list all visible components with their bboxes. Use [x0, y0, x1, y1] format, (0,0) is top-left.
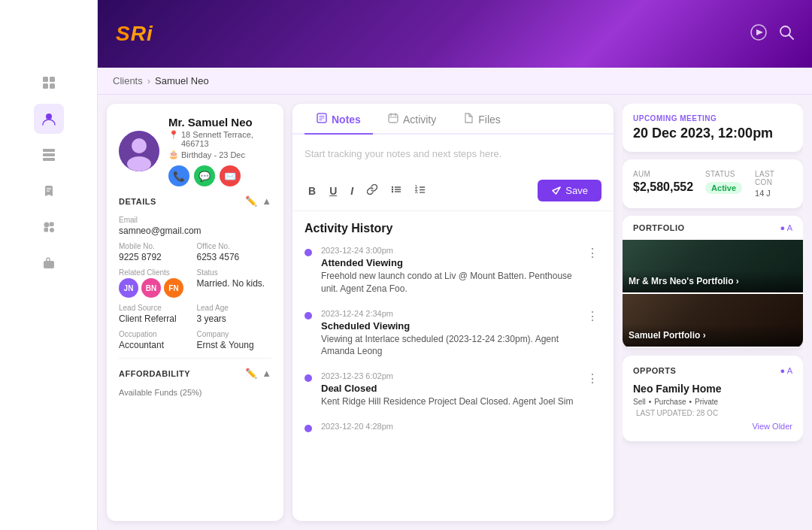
activity-item: 2023-12-24 2:34pm Scheduled Viewing View…: [304, 309, 601, 359]
right-panel: UPCOMING MEETING 20 Dec 2023, 12:00pm AU…: [623, 104, 803, 521]
related-fn[interactable]: FN: [164, 278, 183, 298]
opport-tag-private: Private: [695, 398, 718, 406]
opport-tag-sep2: •: [689, 398, 692, 406]
svg-rect-3: [50, 83, 55, 89]
email-icon[interactable]: ✉️: [220, 165, 241, 186]
divider: [119, 358, 271, 359]
portfolio-item-1[interactable]: Mr & Mrs Neo's Portfolio ›: [623, 240, 803, 292]
affordability-section: AFFORDABILITY ✏️ ▲ Available Funds (25%): [119, 368, 271, 397]
activity-more-icon[interactable]: ⋮: [583, 246, 601, 295]
search-button[interactable]: [779, 25, 794, 44]
svg-point-30: [392, 186, 393, 188]
svg-rect-2: [43, 83, 48, 89]
client-info: Mr. Samuel Neo 📍 18 Sennett Terrace, 466…: [168, 116, 271, 186]
portfolio-item-2[interactable]: Samuel Portfolio ›: [623, 294, 803, 347]
lead-age-field: Lead Age 3 years: [197, 304, 272, 324]
activity-item: 2023-12-20 4:28pm: [304, 422, 601, 433]
related-bn[interactable]: BN: [141, 278, 161, 298]
notes-tab-icon: [317, 113, 327, 126]
middle-panel: Notes Activity: [292, 104, 614, 521]
unordered-list-button[interactable]: [387, 182, 405, 199]
sidebar-item-briefcase[interactable]: [34, 248, 64, 278]
svg-marker-42: [553, 187, 560, 194]
play-button[interactable]: [750, 24, 767, 44]
tab-activity[interactable]: Activity: [376, 104, 448, 135]
svg-rect-6: [43, 153, 55, 156]
activity-more-icon[interactable]: ⋮: [583, 309, 601, 359]
header-actions: [750, 24, 794, 44]
tab-notes[interactable]: Notes: [304, 104, 373, 135]
edit-icon[interactable]: ✏️: [245, 195, 257, 207]
svg-point-31: [392, 189, 393, 190]
office-field: Office No. 6253 4576: [197, 242, 272, 262]
notes-placeholder[interactable]: Start tracking your notes and next steps…: [304, 144, 601, 174]
related-jn[interactable]: JN: [119, 278, 138, 298]
sidebar-item-grid[interactable]: [34, 68, 64, 98]
portfolio-action[interactable]: ● A: [780, 223, 792, 232]
detail-grid: Email samneo@gmail.com Mobile No. 9225 8…: [119, 216, 271, 350]
svg-rect-12: [44, 228, 48, 232]
logo-text: SRi: [116, 22, 153, 45]
aum-stat: AUM $2,580,552: [633, 170, 693, 198]
svg-point-32: [392, 191, 393, 192]
sidebar-item-book[interactable]: [34, 176, 64, 206]
svg-rect-1: [50, 77, 55, 82]
svg-text:3.: 3.: [415, 189, 419, 194]
phone-icon[interactable]: 📞: [168, 165, 189, 186]
breadcrumb-separator: ›: [147, 75, 150, 86]
company-field: Company Ernst & Young: [197, 330, 272, 350]
afford-collapse-icon[interactable]: ▲: [262, 368, 271, 379]
avatar: [119, 131, 159, 171]
mobile-field: Mobile No. 9225 8792: [119, 242, 194, 262]
breadcrumb-parent[interactable]: Clients: [113, 75, 143, 86]
opport-tag-updated: LAST UPDATED: 28 OC: [636, 409, 718, 417]
opports-card: OPPORTS ● A Neo Family Home Sell • Purch…: [623, 356, 803, 441]
client-name: Mr. Samuel Neo: [168, 116, 271, 129]
link-button[interactable]: [363, 182, 381, 199]
portfolio-header: PORTFOLIO ● A: [623, 216, 803, 240]
tab-files[interactable]: Files: [451, 104, 513, 135]
tab-activity-label: Activity: [403, 114, 436, 126]
opport-tag-purchase: Purchase: [654, 398, 686, 406]
client-header: Mr. Samuel Neo 📍 18 Sennett Terrace, 466…: [119, 116, 271, 186]
activity-dot: [304, 374, 312, 382]
ordered-list-button[interactable]: 1. 2. 3.: [411, 182, 429, 199]
sidebar-item-table[interactable]: [34, 140, 64, 170]
activity-dot: [304, 312, 312, 320]
portfolio-card: PORTFOLIO ● A Mr & Mrs Neo's Portfolio ›…: [623, 216, 803, 348]
activity-tab-icon: [388, 113, 398, 126]
affordability-title: AFFORDABILITY: [119, 369, 190, 378]
tab-notes-label: Notes: [332, 114, 361, 126]
svg-rect-11: [50, 223, 54, 227]
bold-button[interactable]: B: [304, 183, 320, 199]
logo: SRi: [116, 22, 153, 46]
breadcrumb: Clients › Samuel Neo: [98, 68, 812, 95]
afford-edit-icon[interactable]: ✏️: [245, 368, 257, 379]
svg-point-20: [132, 138, 147, 153]
sidebar-item-contacts[interactable]: [34, 104, 64, 134]
details-title: DETAILS: [119, 197, 156, 206]
activity-content: 2023-12-24 2:34pm Scheduled Viewing View…: [321, 309, 574, 359]
activity-desc: Viewing at Interlace scheduled (2023-12-…: [321, 333, 574, 359]
svg-rect-0: [43, 77, 48, 82]
sidebar-item-widgets[interactable]: [34, 212, 64, 242]
collapse-icon[interactable]: ▲: [262, 195, 271, 207]
whatsapp-icon[interactable]: 💬: [194, 165, 215, 186]
underline-button[interactable]: U: [326, 183, 341, 199]
stats-row: AUM $2,580,552 STATUS Active LAST CON 14…: [633, 170, 792, 198]
last-contact-stat: LAST CON 14 J: [755, 170, 792, 198]
activity-more-icon[interactable]: ⋮: [583, 371, 601, 408]
activity-item: 2023-12-23 6:02pm Deal Closed Kent Ridge…: [304, 371, 601, 408]
main-header: SRi: [98, 0, 812, 68]
svg-marker-16: [756, 29, 763, 35]
view-older-button[interactable]: View Older: [633, 422, 792, 431]
email-field: Email samneo@gmail.com: [119, 216, 271, 236]
italic-button[interactable]: I: [347, 183, 357, 199]
save-button[interactable]: Save: [538, 180, 601, 201]
affordability-actions: ✏️ ▲: [245, 368, 271, 379]
tabs-bar: Notes Activity: [292, 104, 614, 135]
activity-desc: Kent Ridge Hill Residence Project Deal C…: [321, 395, 574, 408]
activity-title: Activity History: [304, 222, 601, 235]
opports-action[interactable]: ● A: [780, 366, 792, 375]
lead-source-field: Lead Source Client Referral: [119, 304, 194, 324]
